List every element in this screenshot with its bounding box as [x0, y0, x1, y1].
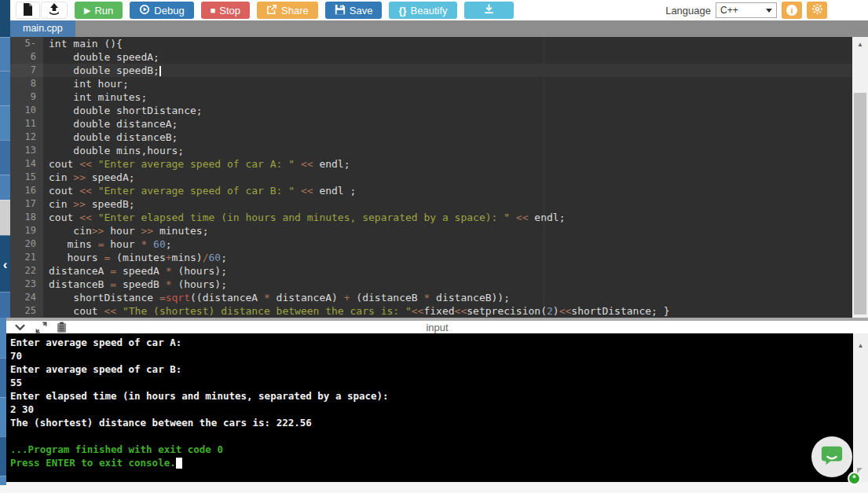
left-sidebar-collapsed[interactable]: ‹: [0, 0, 10, 318]
editor-scrollbar-thumb[interactable]: [854, 93, 866, 315]
save-button[interactable]: Save: [325, 2, 383, 19]
code-line[interactable]: 11 double distanceA;: [10, 117, 852, 131]
line-number: 11: [10, 117, 43, 131]
collapse-console-icon[interactable]: [14, 323, 26, 331]
share-button[interactable]: Share: [257, 2, 318, 19]
console-line: 2 30: [10, 403, 853, 416]
code-text: cin>> hour >> minutes;: [43, 224, 209, 237]
line-number: 9: [10, 90, 43, 104]
code-line[interactable]: 12 double distanceB;: [10, 131, 852, 144]
console-line: Enter elapsed time (in hours and minutes…: [10, 389, 853, 403]
sidebar-segment: [0, 318, 6, 358]
line-number: 17: [10, 197, 43, 211]
console-line: 70: [10, 349, 853, 362]
code-line[interactable]: 16cout << "Enter average speed of car B:…: [10, 184, 852, 197]
code-text: cin >> speedB;: [43, 197, 135, 211]
console-line: ...Program finished with exit code 0: [10, 443, 853, 456]
code-line[interactable]: 21 hours = (minutes+mins)/60;: [10, 251, 852, 264]
line-number: 14: [10, 157, 43, 171]
editor-scrollbar[interactable]: ▲: [852, 37, 868, 318]
console-line: Press ENTER to exit console.: [10, 456, 853, 469]
code-line[interactable]: 18cout << "Enter elapsed time (in hours …: [10, 211, 852, 224]
scroll-up-icon[interactable]: ▲: [853, 333, 868, 349]
language-select[interactable]: C++: [716, 2, 777, 18]
left-sidebar-collapsed-lower[interactable]: [0, 318, 6, 485]
code-text: cout << "The (shortest) distance between…: [43, 304, 670, 318]
code-text: shortDistance =sqrt((distanceA * distanc…: [43, 291, 510, 304]
new-file-icon: [23, 3, 33, 18]
line-number: 10: [10, 104, 43, 117]
code-line[interactable]: 7 double speedB;: [10, 64, 852, 77]
code-line[interactable]: 19 cin>> hour >> minutes;: [10, 224, 852, 237]
download-button[interactable]: [464, 2, 514, 19]
settings-button[interactable]: [807, 2, 827, 19]
input-section-label[interactable]: input: [6, 322, 868, 333]
code-line[interactable]: 13 double mins,hours;: [10, 144, 852, 157]
code-line[interactable]: 9 int minutes;: [10, 90, 852, 104]
code-line[interactable]: 25 cout << "The (shortest) distance betw…: [10, 304, 852, 318]
code-line[interactable]: 22distanceA = speedA * (hours);: [10, 264, 852, 278]
save-label: Save: [350, 5, 373, 17]
code-text: double mins,hours;: [43, 144, 184, 157]
sidebar-segment: [0, 292, 10, 318]
debug-icon: [139, 4, 150, 17]
code-text: cin >> speedA;: [43, 171, 135, 184]
sidebar-segment: ‹: [0, 235, 10, 292]
sidebar-segment: [0, 105, 10, 140]
code-line[interactable]: 6 double speedA;: [10, 50, 852, 64]
code-text: double distanceA;: [43, 117, 178, 131]
sidebar-segment: [0, 436, 6, 476]
copy-output-icon[interactable]: [57, 322, 67, 333]
stop-button[interactable]: ■ Stop: [201, 2, 250, 19]
upload-project-button[interactable]: [41, 2, 68, 19]
code-line[interactable]: 5-int main (){: [10, 37, 852, 50]
share-label: Share: [281, 5, 309, 17]
line-number: 25: [10, 304, 43, 318]
new-file-button[interactable]: [16, 2, 40, 19]
code-line[interactable]: 23distanceB = speedB * (hours);: [10, 278, 852, 291]
line-number: 23: [10, 278, 43, 291]
gear-icon: [811, 3, 823, 17]
code-editor[interactable]: 5-int main (){6 double speedA;7 double s…: [10, 37, 852, 318]
run-label: Run: [94, 5, 113, 17]
sidebar-segment: [0, 358, 6, 397]
share-icon: [266, 4, 277, 17]
line-number: 19: [10, 224, 43, 237]
code-text: hours = (minutes+mins)/60;: [43, 251, 227, 264]
notification-badge[interactable]: *: [848, 472, 861, 485]
code-line[interactable]: 8 int hour;: [10, 77, 852, 90]
beautify-button[interactable]: {} Beautify: [389, 2, 456, 19]
debug-button[interactable]: Debug: [130, 2, 193, 19]
info-button[interactable]: i: [782, 2, 802, 19]
sidebar-segment: [0, 140, 10, 175]
code-line[interactable]: 15cin >> speedA;: [10, 171, 852, 184]
resize-handle-icon[interactable]: [857, 468, 863, 473]
save-icon: [335, 4, 346, 17]
code-line[interactable]: 20 mins = hour * 60;: [10, 237, 852, 251]
scroll-up-icon[interactable]: ▲: [852, 37, 868, 48]
console-output[interactable]: Enter average speed of car A:70Enter ave…: [6, 333, 853, 482]
line-number: 6: [10, 50, 43, 64]
console-divider: input: [6, 318, 868, 333]
text-cursor: [159, 66, 161, 76]
console-scrollbar[interactable]: ▲: [853, 333, 868, 482]
code-text: cout << "Enter average speed of car B: "…: [43, 184, 356, 197]
code-line[interactable]: 14cout << "Enter average speed of car A:…: [10, 157, 852, 171]
chat-widget-button[interactable]: [811, 436, 852, 477]
code-text: int minutes;: [43, 90, 147, 104]
code-line[interactable]: 17cin >> speedB;: [10, 197, 852, 211]
collapse-sidebar-icon[interactable]: ‹: [0, 259, 10, 270]
run-button[interactable]: ▶ Run: [75, 2, 123, 19]
expand-console-icon[interactable]: [35, 322, 47, 333]
line-number: 22: [10, 264, 43, 278]
line-number: 7: [10, 64, 43, 77]
editor-lines: 5-int main (){6 double speedA;7 double s…: [10, 37, 852, 318]
tab-main-cpp[interactable]: main.cpp: [10, 20, 75, 37]
code-text: double shortDistance;: [43, 104, 203, 117]
debug-label: Debug: [154, 5, 184, 17]
code-line[interactable]: 24 shortDistance =sqrt((distanceA * dist…: [10, 291, 852, 304]
toolbar-right: Language C++ i: [665, 2, 868, 19]
code-line[interactable]: 10 double shortDistance;: [10, 104, 852, 117]
code-text: int main (){: [43, 37, 123, 50]
stop-label: Stop: [219, 5, 240, 17]
